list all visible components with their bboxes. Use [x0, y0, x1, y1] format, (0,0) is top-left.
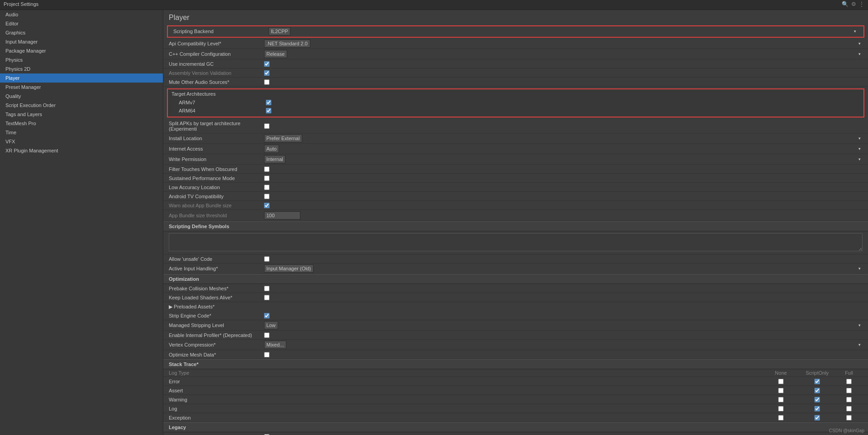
allow-unsafe-checkbox[interactable]: [264, 256, 270, 262]
sidebar-item-physics[interactable]: Physics: [0, 55, 163, 64]
cpp-compiler-row: C++ Compiler Configuration Release: [163, 49, 868, 59]
scripting-backend-select[interactable]: IL2CPP: [269, 27, 290, 35]
exception-scriptonly-cell: [799, 415, 835, 420]
armv7-label: ARMv7: [175, 100, 266, 105]
sustained-performance-checkbox[interactable]: [264, 176, 270, 181]
low-accuracy-row: Low Accuracy Location: [163, 183, 868, 192]
log-none-checkbox[interactable]: [778, 406, 784, 411]
sidebar-item-package-manager[interactable]: Package Manager: [0, 46, 163, 55]
use-incremental-gc-checkbox[interactable]: [264, 61, 270, 67]
menu-icon: ⋮: [859, 1, 864, 7]
cpp-compiler-select[interactable]: Release: [264, 50, 287, 58]
stack-trace-column-headers: Log Type None ScriptOnly Full: [163, 369, 868, 377]
exception-full-checkbox[interactable]: [846, 415, 852, 420]
legacy-header: Legacy: [163, 422, 868, 432]
prebake-collision-checkbox[interactable]: [264, 286, 270, 291]
settings-icons: 🔍 ⚙ ⋮: [842, 1, 864, 7]
sidebar-item-editor[interactable]: Editor: [0, 19, 163, 28]
warn-app-bundle-checkbox[interactable]: [264, 203, 270, 208]
mute-audio-row: Mute Other Audio Sources*: [163, 78, 868, 87]
sidebar-item-preset-manager[interactable]: Preset Manager: [0, 83, 163, 92]
sidebar-item-graphics[interactable]: Graphics: [0, 28, 163, 37]
sidebar-item-audio[interactable]: Audio: [0, 10, 163, 19]
sidebar-item-quality[interactable]: Quality: [0, 92, 163, 101]
low-accuracy-checkbox[interactable]: [264, 185, 270, 190]
log-label: Log: [169, 406, 763, 411]
scripting-define-textarea[interactable]: [169, 233, 863, 251]
vertex-compression-dropdown-wrapper: Mixed...: [264, 341, 863, 349]
warning-none-cell: [763, 397, 799, 402]
window-title: Project Settings: [4, 1, 39, 7]
optimize-mesh-row: Optimize Mesh Data*: [163, 350, 868, 359]
log-scriptonly-checkbox[interactable]: [814, 406, 820, 411]
use-incremental-gc-row: Use incremental GC: [163, 59, 868, 68]
warning-scriptonly-checkbox[interactable]: [814, 397, 820, 402]
preloaded-assets-row: ▶ Preloaded Assets*: [163, 302, 868, 311]
preloaded-assets-label: ▶ Preloaded Assets*: [169, 304, 264, 310]
filter-touches-checkbox[interactable]: [264, 166, 270, 172]
low-accuracy-label: Low Accuracy Location: [169, 185, 264, 190]
install-location-dropdown-wrapper: Prefer External: [264, 134, 863, 142]
exception-none-checkbox[interactable]: [778, 415, 784, 420]
warning-none-checkbox[interactable]: [778, 397, 784, 402]
api-compatibility-select[interactable]: .NET Standard 2.0: [264, 39, 310, 48]
warn-app-bundle-row: Warn about App Bundle size: [163, 201, 868, 210]
target-arch-title: Target Architectures: [172, 91, 860, 97]
assert-log-row: Assert: [163, 386, 868, 395]
sidebar-item-textmesh-pro[interactable]: TextMesh Pro: [0, 119, 163, 128]
sidebar-item-player[interactable]: Player: [0, 73, 163, 83]
write-permission-row: Write Permission Internal: [163, 154, 868, 165]
keep-shaders-checkbox[interactable]: [264, 295, 270, 300]
sidebar-item-tags-and-layers[interactable]: Tags and Layers: [0, 110, 163, 119]
warn-app-bundle-label: Warn about App Bundle size: [169, 203, 264, 208]
active-input-select[interactable]: Input Manager (Old): [264, 264, 314, 273]
install-location-row: Install Location Prefer External: [163, 133, 868, 144]
error-scriptonly-cell: [799, 379, 835, 384]
mute-audio-checkbox[interactable]: [264, 79, 270, 85]
app-bundle-threshold-label: App Bundle size threshold: [169, 213, 264, 218]
api-compatibility-label: Api Compatibility Level*: [169, 41, 264, 46]
write-permission-select[interactable]: Internal: [264, 155, 285, 163]
sidebar-item-script-execution-order[interactable]: Script Execution Order: [0, 101, 163, 110]
android-tv-checkbox[interactable]: [264, 194, 270, 199]
managed-stripping-select[interactable]: Low: [264, 321, 278, 329]
error-scriptonly-checkbox[interactable]: [814, 379, 820, 384]
error-none-checkbox[interactable]: [778, 379, 784, 384]
assert-full-checkbox[interactable]: [846, 388, 852, 393]
sidebar-item-time[interactable]: Time: [0, 128, 163, 137]
exception-scriptonly-checkbox[interactable]: [814, 415, 820, 420]
assert-full-cell: [835, 388, 863, 393]
arm64-row: ARM64: [172, 107, 860, 115]
app-bundle-threshold-input[interactable]: [264, 211, 300, 220]
vertex-compression-label: Vertex Compression*: [169, 342, 264, 347]
sidebar-item-input-manager[interactable]: Input Manager: [0, 37, 163, 46]
arm64-checkbox[interactable]: [266, 108, 271, 113]
log-full-checkbox[interactable]: [846, 406, 852, 411]
assembly-version-checkbox[interactable]: [264, 70, 270, 76]
split-apks-checkbox[interactable]: [264, 123, 270, 129]
scripting-define-header: Scripting Define Symbols: [163, 221, 868, 231]
internet-access-select[interactable]: Auto: [264, 145, 279, 153]
sidebar-item-physics-2d[interactable]: Physics 2D: [0, 64, 163, 73]
assert-none-checkbox[interactable]: [778, 388, 784, 393]
scripting-backend-dropdown-wrapper: IL2CPP: [269, 27, 858, 35]
sustained-performance-label: Sustained Performance Mode: [169, 176, 264, 181]
error-full-cell: [835, 379, 863, 384]
cpp-compiler-dropdown-wrapper: Release: [264, 50, 863, 58]
armv7-checkbox[interactable]: [266, 100, 271, 105]
filter-touches-label: Filter Touches When Obscured: [169, 166, 264, 172]
sidebar-item-vfx[interactable]: VFX: [0, 137, 163, 146]
error-full-checkbox[interactable]: [846, 379, 852, 384]
assert-scriptonly-checkbox[interactable]: [814, 388, 820, 393]
assert-none-cell: [763, 388, 799, 393]
sidebar-item-xr-plugin-management[interactable]: XR Plugin Management: [0, 146, 163, 155]
split-apks-label: Split APKs by target architecture (Exper…: [169, 121, 264, 132]
filter-touches-row: Filter Touches When Obscured: [163, 165, 868, 174]
warning-full-checkbox[interactable]: [846, 397, 852, 402]
player-title: Player: [163, 10, 868, 24]
vertex-compression-select[interactable]: Mixed...: [264, 341, 286, 349]
strip-engine-checkbox[interactable]: [264, 313, 270, 318]
enable-profiler-checkbox[interactable]: [264, 332, 270, 338]
install-location-select[interactable]: Prefer External: [264, 134, 302, 142]
optimize-mesh-checkbox[interactable]: [264, 352, 270, 357]
